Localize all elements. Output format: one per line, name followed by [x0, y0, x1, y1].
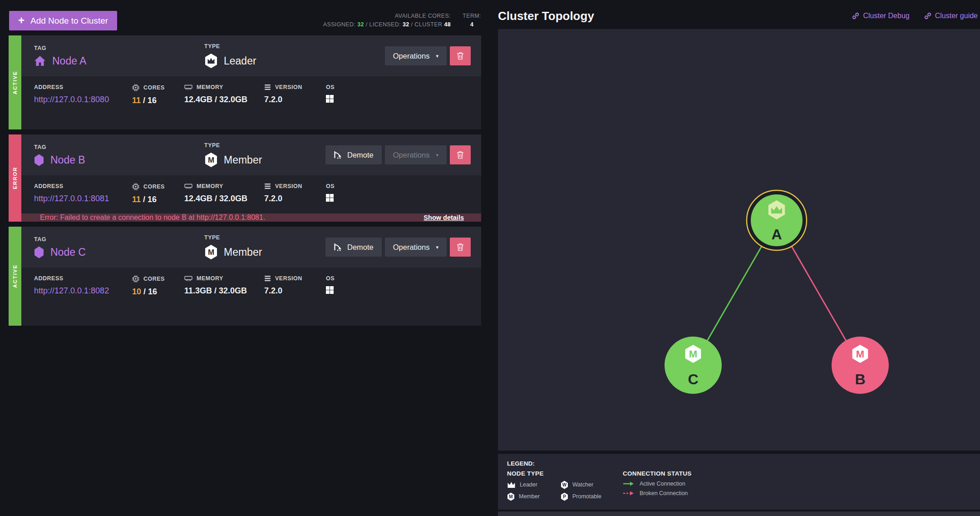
operations-label: Operations: [393, 52, 430, 60]
svg-text:M: M: [208, 248, 214, 257]
version-value: 7.2.0: [264, 286, 326, 296]
status-label: ACTIVE: [12, 264, 18, 288]
node-address-link[interactable]: http://127.0.0.1:8082: [34, 286, 132, 296]
version-icon: [264, 84, 271, 90]
memory-value: 12.4GB / 32.0GB: [184, 95, 264, 104]
separator: /: [141, 195, 148, 204]
cluster-value: 48: [444, 21, 451, 28]
os-field-label: OS: [326, 275, 335, 282]
node-tag-link[interactable]: Node C: [34, 246, 204, 258]
add-node-button[interactable]: + Add Node to Cluster: [9, 11, 117, 30]
cores-used: 11: [132, 96, 141, 105]
version-icon: [264, 183, 271, 189]
cores-used: 10: [132, 287, 141, 296]
leader-icon: [204, 53, 218, 69]
trash-icon: [457, 52, 464, 60]
chevron-down-icon: ▾: [436, 152, 438, 158]
member-icon-letter: M: [689, 348, 697, 360]
node-error-banner: Error: Failed to create a connection to …: [21, 213, 481, 222]
delete-node-button[interactable]: [450, 145, 471, 164]
memory-field-label: MEMORY: [197, 183, 223, 189]
version-icon: [264, 275, 271, 282]
version-field-label: VERSION: [275, 275, 302, 282]
node-address-link[interactable]: http://127.0.0.1:8080: [34, 95, 132, 104]
memory-icon: [184, 184, 192, 189]
svg-text:W: W: [562, 482, 567, 487]
separator: /: [409, 21, 415, 28]
node-type-label: Member: [224, 154, 262, 166]
node-card-a: ACTIVE TAG Node A TYPE Leader: [9, 35, 481, 129]
demote-button[interactable]: Demote: [325, 145, 382, 164]
topology-node-A[interactable]: A: [747, 190, 807, 250]
node-tag-label: Node A: [52, 55, 86, 67]
node-tag-link[interactable]: Node A: [34, 55, 204, 67]
cluster-guide-link[interactable]: Cluster guide: [924, 12, 978, 20]
node-type-title: NODE TYPE: [507, 470, 623, 477]
cores-total: 16: [148, 287, 157, 296]
node-details: ADDRESS http://127.0.0.1:8081 CORES 11 /…: [21, 175, 481, 213]
node-tag-link[interactable]: Node B: [34, 154, 204, 166]
cores-total: 16: [148, 195, 157, 204]
operations-button[interactable]: Operations ▾: [385, 46, 447, 65]
demote-button[interactable]: Demote: [325, 238, 382, 257]
node-tag-label: Node B: [50, 154, 85, 166]
member-icon: M: [204, 244, 218, 260]
topology-node-B[interactable]: MB: [832, 337, 889, 394]
type-field-label: TYPE: [204, 43, 385, 50]
separator: /: [141, 287, 148, 296]
cluster-debug-link[interactable]: Cluster Debug: [852, 12, 909, 20]
delete-node-button[interactable]: [450, 46, 471, 65]
available-cores-label: AVAILABLE CORES:: [323, 12, 451, 20]
operations-label: Operations: [393, 243, 430, 252]
windows-icon: [326, 194, 334, 202]
topology-links: Cluster Debug Cluster guide: [852, 12, 978, 20]
cluster-nodes-panel: + Add Node to Cluster AVAILABLE CORES: A…: [9, 0, 481, 331]
error-message: Error: Failed to create a connection to …: [40, 213, 265, 222]
svg-text:M: M: [208, 156, 214, 164]
node-details: ADDRESS http://127.0.0.1:8080 CORES 11 /…: [21, 76, 481, 129]
demote-icon: [334, 151, 342, 159]
home-icon: [34, 55, 46, 66]
cores-summary: AVAILABLE CORES: ASSIGNED: 32 / LICENSED…: [323, 12, 481, 29]
windows-icon: [326, 95, 334, 103]
term-value: 4: [470, 21, 473, 28]
node-details: ADDRESS http://127.0.0.1:8082 CORES 10 /…: [21, 268, 481, 326]
topology-graph-panel: AMCMB: [498, 29, 980, 451]
status-strip: ACTIVE: [9, 35, 21, 129]
node-card-b: ERROR TAG Node B TYPE M Member: [9, 134, 481, 222]
topology-graph: AMCMB: [498, 29, 980, 451]
status-strip: ACTIVE: [9, 227, 21, 326]
hexagon-p-icon: P: [561, 492, 568, 501]
link-icon: [852, 12, 859, 20]
os-field-label: OS: [326, 84, 335, 90]
legend-item-active-connection: Active Connection: [623, 481, 692, 487]
operations-button[interactable]: Operations ▾: [385, 238, 447, 257]
assigned-label: ASSIGNED:: [323, 21, 358, 28]
operations-button[interactable]: Operations ▾: [385, 145, 447, 164]
topology-node-C[interactable]: MC: [665, 337, 722, 394]
os-field-label: OS: [326, 183, 335, 189]
assigned-value: 32: [357, 21, 364, 28]
add-node-label: Add Node to Cluster: [30, 16, 108, 26]
version-field-label: VERSION: [275, 84, 302, 90]
hexagon-w-icon: W: [561, 481, 568, 489]
legend-item-watcher: W Watcher: [561, 481, 623, 489]
delete-node-button[interactable]: [450, 238, 471, 257]
status-label: ACTIVE: [12, 71, 18, 94]
chevron-down-icon: ▾: [436, 53, 438, 59]
connection-status-title: CONNECTION STATUS: [623, 470, 692, 477]
legend-label: Broken Connection: [640, 490, 688, 496]
show-details-link[interactable]: Show details: [424, 214, 464, 221]
node-tag-label: Node C: [50, 246, 86, 258]
horizontal-scrollbar[interactable]: [498, 511, 980, 516]
address-field-label: ADDRESS: [34, 275, 132, 282]
status-label: ERROR: [12, 167, 18, 189]
legend-item-member: M Member: [507, 492, 561, 501]
trash-icon: [457, 243, 464, 251]
type-field-label: TYPE: [204, 142, 325, 149]
arrow-dashed-icon: [623, 491, 635, 496]
version-value: 7.2.0: [264, 194, 326, 203]
crown-icon: [507, 481, 516, 488]
node-address-link[interactable]: http://127.0.0.1:8081: [34, 194, 132, 203]
member-icon: M: [204, 152, 218, 168]
